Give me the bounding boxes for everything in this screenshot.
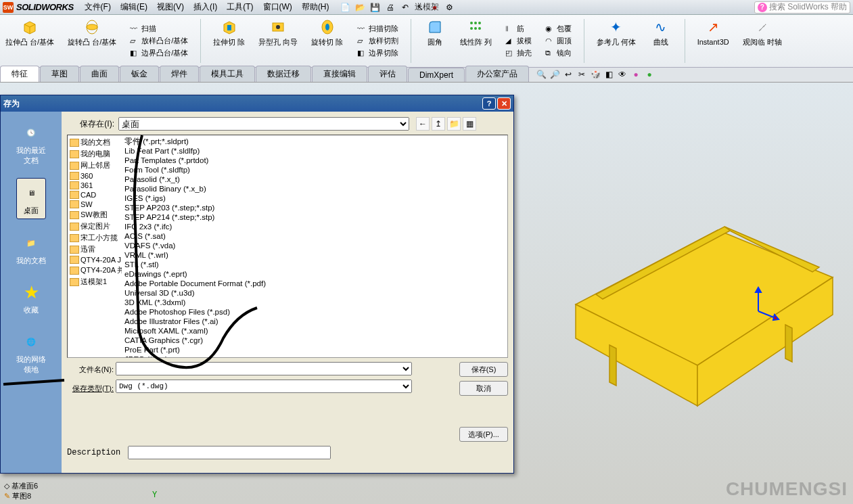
nav-up-icon[interactable]: ↥ [432, 117, 445, 131]
format-row[interactable]: VRML (*.wrl) [122, 250, 507, 260]
tab-surface[interactable]: 曲面 [80, 66, 119, 82]
filename-field[interactable] [116, 362, 412, 375]
folder-item[interactable]: 迅雷 [69, 244, 120, 255]
folder-item[interactable]: 361 [69, 181, 120, 190]
cut-sweep-button[interactable]: 〰扫描切除 [354, 23, 401, 35]
folder-item[interactable]: 我的文档 [69, 137, 120, 148]
options-button[interactable]: 选项(P)... [459, 427, 508, 442]
dialog-help-button[interactable]: ? [482, 97, 496, 110]
extrude-boss-button[interactable]: 拉伸凸 台/基体 [3, 16, 57, 66]
tab-directedit[interactable]: 直接编辑 [312, 66, 367, 82]
tab-datamig[interactable]: 数据迁移 [256, 66, 311, 82]
folder-item[interactable]: 网上邻居 [69, 160, 120, 171]
tree-plane[interactable]: ◇基准面6 [4, 481, 38, 491]
format-row[interactable]: VDAFS (*.vda) [122, 241, 507, 250]
tab-features[interactable]: 特征 [0, 66, 39, 82]
dome-button[interactable]: ◠圆顶 [543, 35, 574, 47]
menu-view[interactable]: 视图(V) [153, 0, 188, 14]
format-row[interactable]: 3D XML (*.3dxml) [122, 298, 507, 307]
format-row[interactable]: Universal 3D (*.u3d) [122, 288, 507, 298]
dialog-close-button[interactable]: ✕ [497, 97, 511, 110]
save-button[interactable]: 保存(S) [459, 362, 508, 377]
zoom-area-icon[interactable]: 🔎 [549, 68, 561, 81]
format-row[interactable]: Microsoft XAML (*.xaml) [122, 326, 507, 336]
ref-geom-button[interactable]: ✦ 参考几 何体 [594, 16, 639, 66]
cut-boundary-button[interactable]: ◧边界切除 [354, 47, 401, 59]
nav-back-icon[interactable]: ← [416, 117, 430, 131]
format-row[interactable]: Adobe Photoshop Files (*.psd) [122, 307, 507, 317]
menu-window[interactable]: 窗口(W) [259, 0, 296, 14]
format-row[interactable]: Lib Feat Part (*.sldlfp) [122, 146, 507, 156]
format-row[interactable]: STEP AP214 (*.step;*.stp) [122, 212, 507, 222]
places-mydocs[interactable]: 📁我的文档 [14, 229, 49, 269]
places-network[interactable]: 🌐我的网络 领地 [14, 327, 49, 377]
format-row[interactable]: STL (*.stl) [122, 260, 507, 269]
folder-item[interactable]: 送模架1 [69, 276, 120, 288]
cancel-button[interactable]: 取消 [459, 381, 508, 396]
tree-sketch[interactable]: ✎草图8 [4, 491, 38, 501]
menu-edit[interactable]: 编辑(E) [116, 0, 152, 14]
undo-icon[interactable]: ↶ [398, 1, 412, 14]
folder-item[interactable]: QTY4-20A 并 [69, 265, 120, 276]
loft-button[interactable]: ▱放样凸台/基体 [127, 35, 191, 47]
prev-view-icon[interactable]: ↩ [562, 68, 574, 81]
tab-moldtools[interactable]: 模具工具 [200, 66, 255, 82]
options-icon[interactable]: ⚙ [443, 1, 457, 14]
format-row[interactable]: Adobe Portable Document Format (*.pdf) [122, 279, 507, 288]
folder-item[interactable]: SW教图 [69, 209, 120, 221]
appearance-icon[interactable]: ● [643, 68, 655, 81]
format-row[interactable]: STEP AP203 (*.step;*.stp) [122, 203, 507, 212]
places-desktop[interactable]: 🖥桌面 [16, 178, 46, 219]
tab-office[interactable]: 办公室产品 [465, 66, 529, 82]
folder-item[interactable]: 宋工小方揽 [69, 232, 120, 244]
sweep-button[interactable]: 〰扫描 [127, 23, 191, 35]
boundary-button[interactable]: ◧边界凸台/基体 [127, 47, 191, 59]
format-row[interactable]: Parasolid Binary (*.x_b) [122, 184, 507, 193]
tab-evaluate[interactable]: 评估 [368, 66, 407, 82]
print-icon[interactable]: 🖨 [384, 1, 397, 14]
tab-sketch[interactable]: 草图 [40, 66, 79, 82]
new-folder-icon[interactable]: 📁 [447, 117, 461, 131]
format-row[interactable]: Adobe Illustrator Files (*.ai) [122, 317, 507, 326]
menu-help[interactable]: 帮助(H) [298, 0, 333, 14]
folder-item[interactable]: 我的电脑 [69, 148, 120, 160]
format-row[interactable]: ACIS (*.sat) [122, 231, 507, 241]
format-row[interactable]: ProE Part (*.prt) [122, 345, 507, 354]
draft-button[interactable]: ◢拔模 [503, 35, 534, 47]
folder-item[interactable]: 保定图片 [69, 221, 120, 232]
file-type-list[interactable]: 零件 (*.prt;*.sldprt)Lib Feat Part (*.sldl… [122, 135, 507, 357]
open-icon[interactable]: 📂 [354, 1, 367, 14]
cut-loft-button[interactable]: ▱放样切割 [354, 35, 401, 47]
wrap-button[interactable]: ◉包覆 [543, 23, 574, 35]
display-style-icon[interactable]: ◧ [603, 68, 615, 81]
format-row[interactable]: Form Tool (*.sldftp) [122, 165, 507, 175]
format-row[interactable]: Part Templates (*.prtdot) [122, 156, 507, 165]
new-icon[interactable]: 📄 [339, 1, 352, 14]
instant3d-button[interactable]: ↗ Instant3D [695, 16, 732, 66]
places-recent[interactable]: 🕓我的最近 文档 [14, 118, 49, 168]
view-menu-icon[interactable]: ▦ [463, 117, 476, 131]
tab-dimxpert[interactable]: DimXpert [408, 68, 465, 82]
scene-icon[interactable]: ● [630, 68, 642, 81]
format-row[interactable]: IGES (*.igs) [122, 193, 507, 203]
revolve-boss-button[interactable]: 旋转凸 台/基体 [65, 16, 119, 66]
hide-show-icon[interactable]: 👁 [616, 68, 628, 81]
folder-item[interactable]: QTY4-20A JI [69, 255, 120, 265]
menu-file[interactable]: 文件(F) [80, 0, 115, 14]
section-view-icon[interactable]: ✂ [576, 68, 588, 81]
view-orient-icon[interactable]: 🎲 [589, 68, 601, 81]
description-field[interactable] [128, 446, 331, 459]
save-icon[interactable]: 💾 [369, 1, 382, 14]
cut-revolve-button[interactable]: 旋转切 除 [308, 16, 346, 66]
format-row[interactable]: CATIA Graphics (*.cgr) [122, 336, 507, 345]
mirror-button[interactable]: ⧉镜向 [543, 47, 574, 59]
format-row[interactable]: 零件 (*.prt;*.sldprt) [122, 137, 507, 146]
hole-wizard-button[interactable]: 异型孔 向导 [256, 16, 300, 66]
fillet-button[interactable]: 圆角 [421, 16, 449, 66]
menu-tools[interactable]: 工具(T) [223, 0, 257, 14]
zoom-fit-icon[interactable]: 🔍 [535, 68, 547, 81]
temp-axis-button[interactable]: ⟋ 观阅临 时轴 [740, 16, 785, 66]
help-search[interactable]: ? 搜索 SolidWorks 帮助 [754, 1, 850, 14]
curves-button[interactable]: ∿ 曲线 [647, 16, 675, 66]
pattern-button[interactable]: 线性阵 列 [457, 16, 494, 66]
